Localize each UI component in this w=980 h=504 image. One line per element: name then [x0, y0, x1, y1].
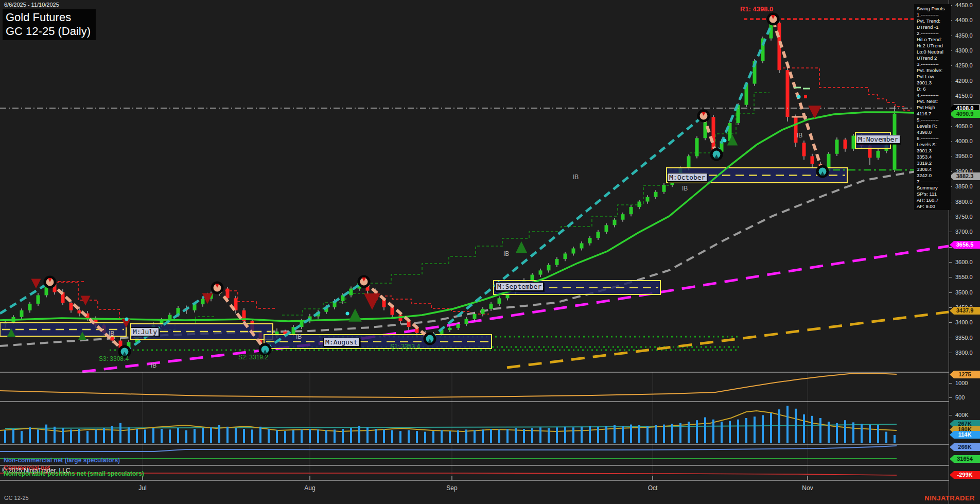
- volume-bar: [95, 429, 97, 443]
- candle-body: [629, 207, 633, 214]
- volume-bar: [597, 427, 599, 443]
- volume-bar: [235, 428, 237, 443]
- instrument-name: Gold Futures: [6, 10, 91, 24]
- volume-bar: [12, 429, 14, 443]
- swing-pivots-line: Pvt. Evolve:: [917, 67, 951, 74]
- swing-pivots-line: DTrend -1: [917, 24, 951, 30]
- volume-bar: [778, 409, 780, 443]
- volume-bar: [268, 429, 270, 443]
- volume-bar: [581, 427, 583, 443]
- volume-bar: [4, 430, 6, 443]
- candle-body: [597, 232, 600, 238]
- candle-body: [37, 295, 40, 303]
- volume-bar: [276, 430, 278, 443]
- volume-bar: [169, 429, 171, 443]
- volume-bar: [811, 416, 813, 443]
- candle-body: [391, 307, 394, 315]
- volume-bar: [655, 425, 657, 443]
- swing-pivots-line: 4.-----------: [917, 92, 951, 98]
- volume-bar: [177, 428, 179, 443]
- volume-bar: [37, 429, 39, 443]
- time-axis-label: Sep: [446, 484, 457, 492]
- volume-bar: [762, 415, 764, 443]
- month-box-label[interactable]: M:July: [131, 327, 159, 336]
- swing-pivots-line: 3901.3: [917, 148, 951, 154]
- price-tick-label: 3600.0: [955, 259, 973, 265]
- candle-body: [588, 238, 592, 244]
- price-tick-mark: [949, 247, 952, 248]
- volume-bar: [144, 429, 146, 443]
- month-box-label[interactable]: M:October: [667, 173, 707, 182]
- volume-bar: [194, 429, 196, 443]
- volume-bar: [21, 431, 23, 443]
- candle-body: [646, 197, 650, 202]
- volume-bar: [243, 429, 245, 443]
- candle-body: [473, 314, 477, 319]
- volume-bar: [103, 428, 105, 443]
- month-box-label[interactable]: M:August: [323, 338, 360, 346]
- magenta-trend: [82, 246, 949, 372]
- candle-body: [465, 319, 468, 324]
- volume-bar: [292, 430, 294, 443]
- volume-bar: [531, 428, 533, 443]
- month-box-label[interactable]: M:September: [495, 282, 544, 291]
- panel-tick-mark: [949, 383, 952, 384]
- buy-triangle-icon: [516, 241, 527, 253]
- volume-bar: [646, 426, 649, 443]
- stop-square: [804, 95, 807, 98]
- volume-bar: [894, 435, 896, 443]
- ninjatrader-logo: NINJATRADER: [924, 494, 975, 502]
- month-box-label[interactable]: M:November: [856, 135, 900, 144]
- time-axis-label: Jul: [138, 484, 146, 492]
- volume-bar: [506, 429, 509, 443]
- price-tick-label: 3350.0: [955, 335, 973, 341]
- swing-pivots-line: Swing Pivots: [917, 6, 951, 12]
- price-chart-canvas[interactable]: [0, 0, 980, 504]
- volume-bar: [432, 431, 434, 443]
- price-axis[interactable]: 4450.04400.04350.04300.04250.04200.04150…: [949, 0, 980, 504]
- ib-label: IB: [573, 173, 579, 181]
- volume-bar: [350, 428, 352, 443]
- price-tick-label: 4400.0: [955, 17, 973, 23]
- candle-body: [835, 140, 839, 154]
- candle-body: [580, 244, 584, 249]
- volume-bar: [852, 422, 854, 443]
- volume-bar: [704, 418, 706, 443]
- swing-pivots-line: Levels R:: [917, 123, 951, 129]
- candle-body: [786, 70, 790, 117]
- price-tick-mark: [949, 262, 952, 263]
- price-marker-badge: 266K: [950, 443, 980, 451]
- candle-body: [448, 328, 452, 330]
- volume-bar: [449, 431, 451, 443]
- candle-body: [78, 310, 81, 314]
- panel-tick-label: 400K: [955, 412, 969, 418]
- swing-pivots-line: 3319.2: [917, 160, 951, 166]
- volume-bar: [564, 427, 566, 443]
- buy-triangle-icon: [348, 308, 362, 322]
- price-marker-badge: 3656.5: [950, 241, 980, 249]
- price-marker-badge: -299K: [950, 471, 980, 479]
- swing-pivots-line: HiLo Trend:: [917, 37, 951, 43]
- swing-pivots-panel[interactable]: Swing Pivots1.-----------Pvt. Trend:DTre…: [914, 4, 951, 210]
- price-tick-label: 4300.0: [955, 47, 973, 54]
- signal-dot: [346, 312, 349, 316]
- volume-bar: [375, 429, 377, 443]
- volume-bar: [498, 429, 500, 443]
- volume-bar: [152, 428, 154, 443]
- support-level-label: S1: 3353.4: [390, 343, 420, 350]
- volume-bar: [424, 432, 426, 443]
- price-tick-label: 3850.0: [955, 183, 973, 189]
- ninjatrader-chart-window: 6/6/2025 - 11/10/2025 Gold Futures GC 12…: [0, 0, 980, 504]
- candle-body: [662, 185, 666, 192]
- volume-bar: [539, 427, 541, 443]
- volume-bar: [334, 429, 336, 443]
- support-level-label: S3: 3308.4: [99, 355, 129, 362]
- volume-bar: [523, 429, 525, 443]
- price-marker-badge: 3882.3: [950, 172, 980, 180]
- swing-pivots-line: Pvt. Trend:: [917, 18, 951, 24]
- date-range: 6/6/2025 - 11/10/2025: [4, 2, 59, 8]
- volume-bar: [605, 426, 607, 443]
- candle-body: [489, 304, 493, 309]
- time-axis-label: Nov: [802, 484, 813, 492]
- candle-body: [844, 140, 847, 149]
